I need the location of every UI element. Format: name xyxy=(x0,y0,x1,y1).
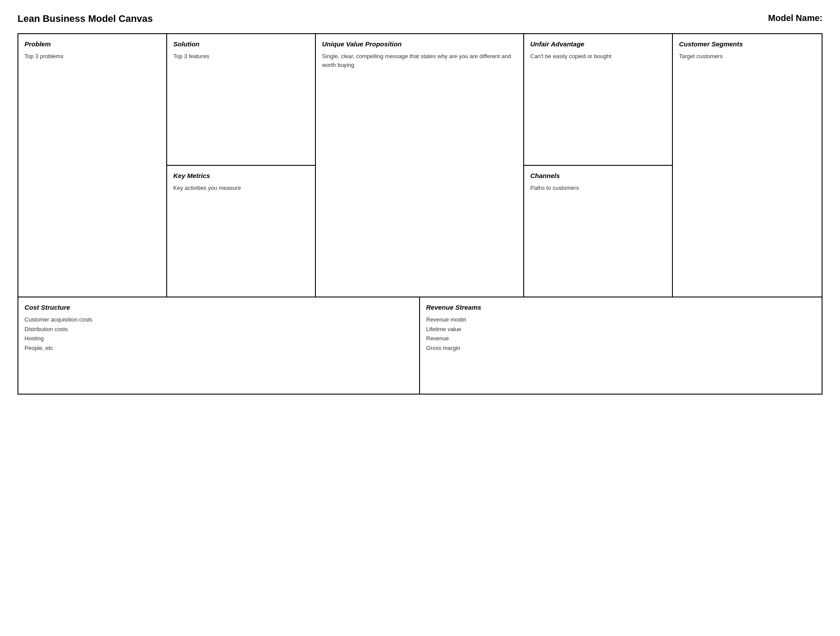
page-title: Lean Business Model Canvas xyxy=(18,13,153,24)
uvp-content: Single, clear, compelling message that s… xyxy=(322,52,517,69)
unfair-advantage-title: Unfair Advantage xyxy=(530,40,666,48)
problem-title: Problem xyxy=(24,40,160,48)
revenue-line-4: Gross margin xyxy=(426,344,816,353)
cell-uvp: Unique Value Proposition Single, clear, … xyxy=(316,34,524,297)
revenue-line-3: Revenue xyxy=(426,334,816,343)
cost-structure-content: Customer acquisition costs Distribution … xyxy=(24,315,413,352)
uvp-title: Unique Value Proposition xyxy=(322,40,517,48)
cell-customer-segments: Customer Segments Target customers xyxy=(673,34,822,297)
canvas-container: Problem Top 3 problems Solution Top 3 fe… xyxy=(18,33,822,395)
cell-channels: Channels Paths to customers xyxy=(524,166,673,297)
canvas-top: Problem Top 3 problems Solution Top 3 fe… xyxy=(18,34,822,297)
solution-title: Solution xyxy=(173,40,309,48)
page-header: Lean Business Model Canvas Model Name: xyxy=(18,13,822,24)
cost-line-4: People, etc xyxy=(24,344,413,353)
customer-segments-title: Customer Segments xyxy=(679,40,816,48)
key-metrics-title: Key Metrics xyxy=(173,172,309,179)
channels-title: Channels xyxy=(530,172,666,179)
channels-content: Paths to customers xyxy=(530,184,666,192)
cell-unfair-advantage: Unfair Advantage Can't be easily copied … xyxy=(524,34,673,166)
solution-content: Top 3 features xyxy=(173,52,309,61)
cell-revenue-streams: Revenue Streams Revenue model Lifetime v… xyxy=(420,297,822,394)
revenue-streams-content: Revenue model Lifetime value Revenue Gro… xyxy=(426,315,816,352)
revenue-streams-title: Revenue Streams xyxy=(426,304,816,311)
cell-solution: Solution Top 3 features xyxy=(167,34,316,166)
cost-line-2: Distribution costs xyxy=(24,325,413,334)
customer-segments-content: Target customers xyxy=(679,52,816,61)
revenue-line-1: Revenue model xyxy=(426,315,816,324)
model-name-label: Model Name: xyxy=(768,13,822,23)
cell-key-metrics: Key Metrics Key activities you measure xyxy=(167,166,316,297)
cost-line-3: Hosting xyxy=(24,334,413,343)
revenue-line-2: Lifetime value xyxy=(426,325,816,334)
cost-line-1: Customer acquisition costs xyxy=(24,315,413,324)
cost-structure-title: Cost Structure xyxy=(24,304,413,311)
cell-cost-structure: Cost Structure Customer acquisition cost… xyxy=(18,297,420,394)
cell-problem: Problem Top 3 problems xyxy=(18,34,167,297)
key-metrics-content: Key activities you measure xyxy=(173,184,309,192)
problem-content: Top 3 problems xyxy=(24,52,160,61)
unfair-advantage-content: Can't be easily copied or bought xyxy=(530,52,666,61)
canvas-bottom: Cost Structure Customer acquisition cost… xyxy=(18,297,822,394)
